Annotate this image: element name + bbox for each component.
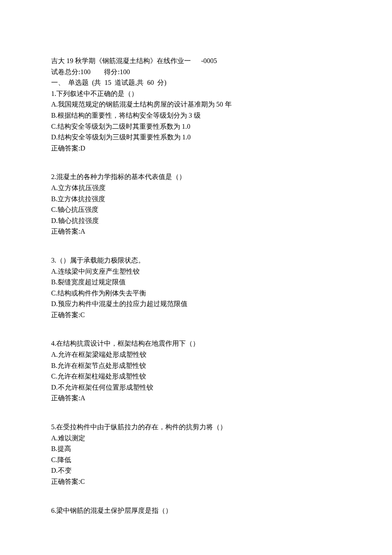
option-c: C.结构安全等级划为二级时其重要性系数为 1.0 [51, 121, 341, 132]
option-b: B.裂缝宽度超过规定限值 [51, 277, 341, 288]
correct-answer: 正确答案:C [51, 309, 341, 321]
question-block: 3.（）属于承载能力极限状态。 A.连续梁中间支座产生塑性铰 B.裂缝宽度超过规… [51, 255, 341, 321]
question-stem: 1.下列叙述中不正确的是（） [51, 88, 341, 99]
option-a: A.允许在框架梁端处形成塑性铰 [51, 349, 341, 360]
correct-answer: 正确答案:A [51, 226, 341, 237]
option-c: C.轴心抗压强度 [51, 204, 341, 215]
option-c: C.允许在框架柱端处形成塑性铰 [51, 371, 341, 382]
option-a: A.立方体抗压强度 [51, 182, 341, 194]
question-stem: 2.混凝土的各种力学指标的基本代表值是（） [51, 171, 341, 182]
option-b: B.立方体抗拉强度 [51, 194, 341, 205]
option-a: A.连续梁中间支座产生塑性铰 [51, 266, 341, 277]
option-d: D.不允许框架任何位置形成塑性铰 [51, 382, 341, 393]
option-a: A.我国规范规定的钢筋混凝土结构房屋的设计基准期为 50 年 [51, 99, 341, 110]
option-c: C.结构或构件作为刚体失去平衡 [51, 288, 341, 299]
header-block: 吉大 19 秋学期《钢筋混凝土结构》在线作业一 -0005 试卷总分:100 得… [51, 55, 341, 153]
question-stem: 4.在结构抗震设计中，框架结构在地震作用下（） [51, 338, 341, 349]
option-b: B.允许在框架节点处形成塑性铰 [51, 360, 341, 371]
correct-answer: 正确答案:A [51, 393, 341, 404]
score-summary: 试卷总分:100 得分:100 [51, 66, 341, 78]
option-d: D.不变 [51, 465, 341, 476]
section-heading: 一、 单选题 (共 15 道试题,共 60 分) [51, 77, 341, 88]
option-b: B.根据结构的重要性，将结构安全等级划分为 3 级 [51, 110, 341, 121]
option-a: A.难以测定 [51, 433, 341, 444]
option-d: D.轴心抗拉强度 [51, 215, 341, 226]
question-block: 6.梁中钢筋的混凝土保护层厚度是指（） [51, 505, 341, 516]
question-stem: 5.在受拉构件中由于纵筋拉力的存在，构件的抗剪力将（） [51, 422, 341, 433]
question-block: 2.混凝土的各种力学指标的基本代表值是（） A.立方体抗压强度 B.立方体抗拉强… [51, 171, 341, 237]
correct-answer: 正确答案:C [51, 476, 341, 487]
option-d: D.预应力构件中混凝土的拉应力超过规范限值 [51, 298, 341, 309]
document-page: 吉大 19 秋学期《钢筋混凝土结构》在线作业一 -0005 试卷总分:100 得… [0, 0, 392, 533]
option-d: D.结构安全等级划为三级时其重要性系数为 1.0 [51, 132, 341, 143]
option-c: C.降低 [51, 454, 341, 465]
question-block: 4.在结构抗震设计中，框架结构在地震作用下（） A.允许在框架梁端处形成塑性铰 … [51, 338, 341, 404]
doc-title: 吉大 19 秋学期《钢筋混凝土结构》在线作业一 -0005 [51, 55, 341, 66]
correct-answer: 正确答案:D [51, 143, 341, 154]
option-b: B.提高 [51, 443, 341, 454]
question-stem: 3.（）属于承载能力极限状态。 [51, 255, 341, 266]
question-block: 5.在受拉构件中由于纵筋拉力的存在，构件的抗剪力将（） A.难以测定 B.提高 … [51, 422, 341, 487]
question-stem: 6.梁中钢筋的混凝土保护层厚度是指（） [51, 505, 341, 516]
